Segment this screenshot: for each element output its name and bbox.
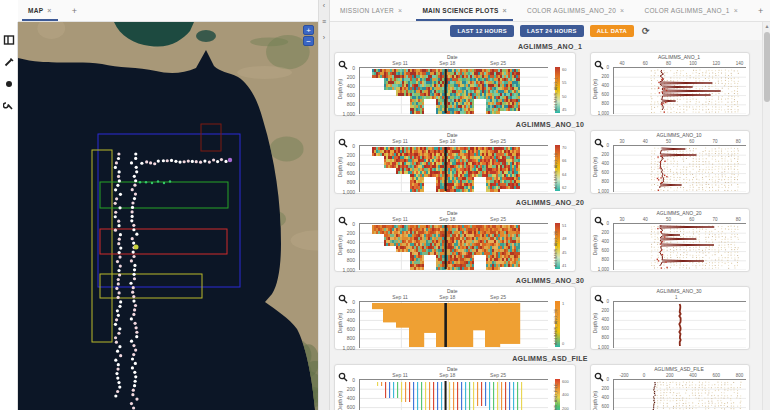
magnifier-icon[interactable] [338, 212, 348, 230]
vehicle-track-dot[interactable] [131, 393, 134, 396]
magnifier-icon[interactable] [338, 368, 348, 386]
vehicle-track-dot[interactable] [114, 188, 117, 191]
vehicle-track-dot[interactable] [134, 157, 137, 160]
last-12-hours-button[interactable]: LAST 12 HOURS [450, 25, 514, 37]
vehicle-track-dot[interactable] [216, 160, 219, 163]
collapse-right-icon[interactable]: › [323, 34, 325, 42]
vehicle-track-dot[interactable] [131, 357, 134, 360]
scrollbar-thumb[interactable] [764, 32, 770, 102]
waypoint-green-dot[interactable] [145, 181, 147, 183]
vehicle-track-dot[interactable] [132, 224, 135, 227]
vehicle-track-dot[interactable] [118, 179, 121, 182]
collapse-left-icon[interactable]: ‹ [323, 2, 325, 10]
profile-card[interactable]: AGLIMMS_ANO_20304050607080Depth (m)02004… [590, 208, 750, 272]
map-panel[interactable]: + − [18, 22, 318, 410]
vehicle-track-dot[interactable] [133, 322, 136, 325]
vehicle-track-dot[interactable] [134, 152, 137, 155]
vehicle-track-dot[interactable] [118, 385, 121, 388]
vehicle-track-dot[interactable] [132, 250, 135, 253]
vehicle-track-dot[interactable] [132, 389, 135, 392]
tab-close-icon[interactable]: × [620, 7, 624, 14]
vehicle-track-dot[interactable] [119, 233, 122, 236]
vehicle-track-dot[interactable] [130, 340, 133, 343]
vehicle-track-dot[interactable] [115, 372, 118, 375]
vehicle-track-dot[interactable] [208, 160, 211, 163]
vehicle-track-dot[interactable] [129, 282, 132, 285]
vehicle-track-dot[interactable] [133, 277, 136, 280]
scroll-up-arrow-icon[interactable]: ▲ [763, 22, 770, 30]
vehicle-track-dot[interactable] [119, 300, 122, 303]
record-dot-icon[interactable] [3, 78, 15, 90]
vehicle-track-dot[interactable] [133, 184, 136, 187]
vehicle-track-dot[interactable] [132, 286, 135, 289]
vehicle-track-dot[interactable] [114, 229, 117, 232]
heatmap-card[interactable]: DateSep 11Sep 18Sep 25Depth (m)020040060… [334, 286, 576, 350]
vehicle-track-dot[interactable] [133, 308, 136, 311]
tab-close-icon[interactable]: × [734, 7, 738, 14]
heatmap-card[interactable]: DateSep 11Sep 18Sep 25Depth (m)020040060… [334, 208, 576, 272]
refresh-icon[interactable]: ⟳ [642, 26, 650, 36]
vehicle-track-dot[interactable] [117, 220, 120, 223]
heatmap-canvas[interactable] [359, 223, 548, 270]
vehicle-track-dot[interactable] [134, 304, 137, 307]
waypoint-green-dot[interactable] [139, 181, 141, 183]
vehicle-track-dot[interactable] [117, 175, 120, 178]
vehicle-track-dot[interactable] [203, 159, 206, 162]
vehicle-track-dot[interactable] [134, 375, 137, 378]
vehicle-track-dot[interactable] [118, 305, 121, 308]
vehicle-track-dot[interactable] [115, 341, 118, 344]
tab-mission-layer[interactable]: MISSION LAYER× [330, 0, 412, 21]
heatmap-card[interactable]: DateSep 11Sep 18Sep 25Depth (m)020040060… [334, 52, 576, 116]
vehicle-track-dot[interactable] [135, 166, 138, 169]
waypoint-green-dot[interactable] [169, 180, 171, 182]
divider-handle-icon[interactable]: ≡ [322, 18, 326, 26]
vehicle-track-dot[interactable] [135, 326, 138, 329]
vehicle-track-dot[interactable] [117, 278, 120, 281]
vehicle-track-dot[interactable] [115, 197, 118, 200]
vehicle-track-dot[interactable] [118, 273, 121, 276]
waypoint-yellow[interactable] [134, 245, 139, 250]
vehicle-track-dot[interactable] [115, 318, 118, 321]
plots-scrollbar[interactable]: ▲ [762, 22, 770, 410]
magnifier-icon[interactable] [594, 368, 604, 386]
vehicle-track-dot[interactable] [116, 368, 119, 371]
vehicle-track-dot[interactable] [118, 327, 121, 330]
tab-color-aglimms-ano-1[interactable]: COLOR AGLIMMS_ANO_1× [634, 0, 748, 21]
vehicle-track-dot[interactable] [117, 152, 120, 155]
vehicle-track-dot[interactable] [114, 166, 117, 169]
map-zoom-out-button[interactable]: − [303, 36, 314, 46]
vehicle-track-dot[interactable] [130, 259, 133, 262]
vehicle-track-dot[interactable] [114, 359, 117, 362]
profile-canvas[interactable] [613, 301, 746, 348]
vehicle-track-dot[interactable] [118, 238, 121, 241]
tab-map[interactable]: MAP × [18, 0, 62, 21]
vehicle-track-dot[interactable] [119, 247, 122, 250]
vehicle-track-dot[interactable] [132, 228, 135, 231]
magnifier-icon[interactable] [594, 56, 604, 74]
vehicle-track-dot[interactable] [119, 264, 122, 267]
vehicle-track-dot[interactable] [135, 233, 138, 236]
vehicle-track-dot[interactable] [116, 309, 119, 312]
profile-card[interactable]: AGLIMMS_ASD_FILE-2000200400600800Depth (… [590, 364, 750, 410]
vehicle-track-dot[interactable] [114, 336, 117, 339]
tab-close-icon[interactable]: × [398, 7, 402, 14]
map-zoom-in-button[interactable]: + [303, 25, 314, 35]
vehicle-track-dot[interactable] [114, 323, 117, 326]
map-add-tab-button[interactable]: + [62, 0, 87, 21]
vehicle-track-dot[interactable] [220, 158, 223, 161]
vehicle-track-dot[interactable] [157, 159, 160, 162]
vehicle-track-dot[interactable] [132, 299, 135, 302]
vehicle-track-dot[interactable] [133, 371, 136, 374]
vehicle-track-dot[interactable] [187, 159, 190, 162]
vehicle-track-dot[interactable] [115, 161, 118, 164]
tab-map-close-icon[interactable]: × [47, 7, 51, 14]
vehicle-track-dot[interactable] [132, 273, 135, 276]
waypoint-green-dot[interactable] [157, 180, 159, 182]
vehicle-track-dot[interactable] [117, 269, 120, 272]
vehicle-track-dot[interactable] [134, 380, 137, 383]
vehicle-track-dot[interactable] [134, 348, 137, 351]
vehicle-track-dot[interactable] [132, 313, 135, 316]
last-24-hours-button[interactable]: LAST 24 HOURS [520, 25, 584, 37]
vehicle-track-dot[interactable] [131, 215, 134, 218]
vehicle-track-dot[interactable] [130, 317, 133, 320]
